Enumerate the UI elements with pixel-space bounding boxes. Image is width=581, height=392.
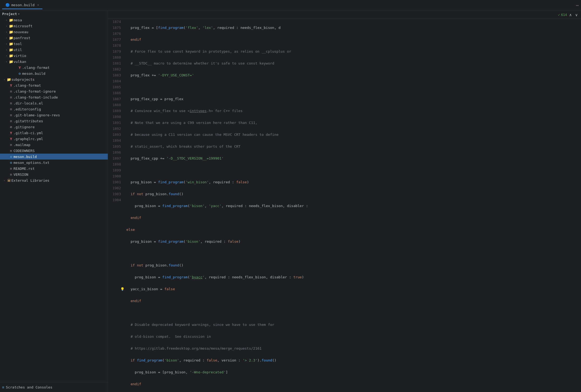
library-icon: 🏛 xyxy=(6,178,11,183)
sidebar-item-meson-options[interactable]: ⚙ meson_options.txt xyxy=(0,160,108,165)
sidebar-item-mailmap[interactable]: ≡ .mailmap xyxy=(0,142,108,148)
chevron-right-icon: › xyxy=(4,42,9,45)
code-line-1888: if not prog_bison.found() xyxy=(126,191,579,197)
sidebar-item-util[interactable]: › 📁 util xyxy=(0,47,108,53)
tab-meson-build[interactable]: 🔵 meson.build × xyxy=(2,1,42,9)
sidebar-item-readme[interactable]: ≡ README.rst xyxy=(0,165,108,171)
code-line-1880: prog_flex_cpp = prog_flex xyxy=(126,96,579,102)
sidebar-item-git-blame[interactable]: ≡ .git-blame-ignore-revs xyxy=(0,112,108,118)
code-line-1877: # __STDC__ macro to determine whether it… xyxy=(126,60,579,66)
sidebar-item-version[interactable]: ≡ VERSION xyxy=(0,171,108,177)
folder-icon: 📁 xyxy=(9,36,13,40)
tab-close-button[interactable]: × xyxy=(37,3,39,7)
match-count: ✓ 614 xyxy=(558,13,567,17)
main-content: Project ▾ › 📁 mesa › 📁 microsoft › 📁 nou… xyxy=(0,11,581,392)
tab-file-icon: 🔵 xyxy=(5,3,10,7)
text-icon: ≡ xyxy=(9,107,13,111)
sidebar-item-gitattributes[interactable]: ≡ .gitattributes xyxy=(0,118,108,124)
project-chevron: ▾ xyxy=(18,12,20,15)
sidebar-item-panfrost[interactable]: › 📁 panfrost xyxy=(0,35,108,41)
code-line-1897: endif xyxy=(126,298,579,304)
code-line-1898 xyxy=(126,310,579,316)
sidebar-item-gitignore[interactable]: ⊘ .gitignore xyxy=(0,124,108,130)
sidebar-item-nouveau[interactable]: › 📁 nouveau xyxy=(0,29,108,35)
sidebar-item-meson-build-main[interactable]: ⚙ meson.build xyxy=(0,154,108,160)
chevron-right-icon: › xyxy=(2,78,6,81)
sidebar-item-tool[interactable]: › 📁 tool xyxy=(0,41,108,47)
tab-filename: meson.build xyxy=(11,3,35,7)
text-icon: ≡ xyxy=(9,113,13,117)
yaml-icon: Y xyxy=(17,66,22,70)
text-icon: ≡ xyxy=(9,119,13,123)
sidebar-item-mesa[interactable]: › 📁 mesa xyxy=(0,17,108,23)
code-line-1890: endif xyxy=(126,215,579,221)
text-icon: ≡ xyxy=(9,101,13,105)
code-content[interactable]: prog_flex = [find_program('flex', 'lex',… xyxy=(124,19,581,392)
folder-icon: 📁 xyxy=(9,18,13,22)
tab-more-button[interactable]: ⋯ xyxy=(576,2,579,8)
sidebar-item-graphqlrc[interactable]: Y .graphqlrc.yml xyxy=(0,136,108,142)
text-icon: ≡ xyxy=(9,149,13,153)
sidebar-item-meson-build-sub[interactable]: ⚙ meson.build xyxy=(0,70,108,76)
sidebar-item-subprojects[interactable]: › 📁 subprojects xyxy=(0,76,108,82)
project-header[interactable]: Project ▾ xyxy=(0,11,108,17)
folder-icon: 📁 xyxy=(6,77,11,82)
sidebar-item-clang-format-root[interactable]: Y .clang-format xyxy=(0,82,108,88)
match-number: 614 xyxy=(561,13,567,17)
code-area[interactable]: 1874 1875 1876 1877 1878 1879 1880 1881 … xyxy=(108,19,581,392)
folder-icon: 📁 xyxy=(9,60,13,64)
code-line-1904: endif xyxy=(126,381,579,387)
sidebar-item-clang-format-1[interactable]: Y .clang-format xyxy=(0,65,108,70)
code-line-1887: prog_bison = find_program('win_bison', r… xyxy=(126,179,579,185)
sidebar-item-vulkan[interactable]: › 📁 vulkan xyxy=(0,59,108,65)
code-line-1876: # Force flex to use const keyword in pro… xyxy=(126,49,579,55)
code-line-1896: 💡 yacc_is_bison = false xyxy=(126,286,579,292)
folder-icon: 📁 xyxy=(9,42,13,46)
code-line-1894: if not prog_bison.found() xyxy=(126,262,579,268)
code-line-1902: if find_program('bison', required : fals… xyxy=(126,357,579,363)
code-line-1900: # old-bison compat. See discussion in xyxy=(126,334,579,340)
yaml-icon: Y xyxy=(9,83,13,87)
sidebar-item-editorconfig[interactable]: ≡ .editorconfig xyxy=(0,106,108,112)
text-icon: ≡ xyxy=(9,143,13,147)
code-line-1874: prog_flex = [find_program('flex', 'lex',… xyxy=(126,25,579,31)
tab-bar: 🔵 meson.build × ⋯ xyxy=(0,0,581,11)
yaml-icon: Y xyxy=(9,137,13,141)
code-line-1875: endif xyxy=(126,37,579,43)
text-icon: ≡ xyxy=(9,89,13,93)
sidebar-bottom: ≡ Scratches and Consoles xyxy=(0,382,108,392)
sidebar: Project ▾ › 📁 mesa › 📁 microsoft › 📁 nou… xyxy=(0,11,108,392)
code-line-1884: # static_assert, which breaks other part… xyxy=(126,144,579,150)
project-label: Project xyxy=(2,12,17,16)
nav-up-button[interactable]: ∧ xyxy=(568,12,573,18)
code-line-1892: prog_bison = find_program('bison', requi… xyxy=(126,239,579,245)
text-icon: ≡ xyxy=(9,95,13,99)
sidebar-item-virtio[interactable]: › 📁 virtio xyxy=(0,53,108,59)
scratches-label: Scratches and Consoles xyxy=(6,385,52,389)
sidebar-item-clang-format-ignore[interactable]: ≡ .clang-format-ignore xyxy=(0,88,108,94)
nav-down-button[interactable]: ∨ xyxy=(574,12,579,18)
sidebar-item-clang-format-include[interactable]: ≡ .clang-format-include xyxy=(0,94,108,100)
scratches-and-consoles[interactable]: ≡ Scratches and Consoles xyxy=(0,383,108,391)
meson-icon: ⚙ xyxy=(9,161,13,165)
sidebar-item-codeowners[interactable]: ≡ CODEOWNERS xyxy=(0,148,108,154)
code-line-1893 xyxy=(126,251,579,256)
code-line-1901: # https://gitlab.freedesktop.org/mesa/me… xyxy=(126,346,579,352)
check-icon: ✓ xyxy=(558,13,560,17)
yaml-icon: Y xyxy=(9,131,13,135)
sidebar-tree: › 📁 mesa › 📁 microsoft › 📁 nouveau › 📁 p… xyxy=(0,17,108,382)
code-line-1879 xyxy=(126,84,579,90)
sidebar-item-external-libraries[interactable]: › 🏛 External Libraries xyxy=(0,177,108,183)
scratches-icon: ≡ xyxy=(2,385,4,389)
sidebar-item-dir-locals[interactable]: ≡ .dir-locals.el xyxy=(0,100,108,106)
meson-icon: ⚙ xyxy=(17,72,22,76)
editor-toolbar: ✓ 614 ∧ ∨ xyxy=(108,11,581,19)
code-line-1895: prog_bison = find_program('byacc', requi… xyxy=(126,274,579,280)
folder-icon: 📁 xyxy=(9,30,13,34)
folder-icon: 📁 xyxy=(9,48,13,52)
git-icon: ⊘ xyxy=(9,125,13,129)
code-line-1889: prog_bison = find_program('bison', 'yacc… xyxy=(126,203,579,209)
sidebar-item-microsoft[interactable]: › 📁 microsoft xyxy=(0,23,108,29)
sidebar-item-gitlab-ci[interactable]: Y .gitlab-ci.yml xyxy=(0,130,108,136)
chevron-right-icon: › xyxy=(4,48,9,51)
